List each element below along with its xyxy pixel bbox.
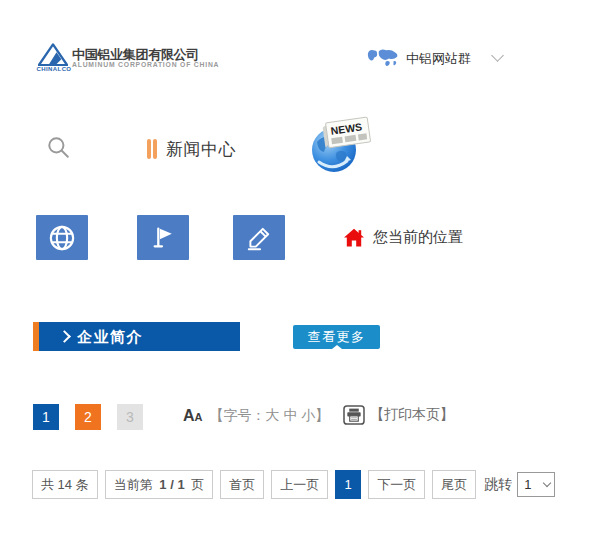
- globe-icon: [47, 223, 77, 253]
- page-badge-label: 1: [42, 409, 50, 425]
- font-size-widget[interactable]: A A 【字号：大 中 小】: [183, 406, 329, 425]
- logo-brand-text: CHINALCO: [33, 66, 75, 72]
- chinalco-logo-icon: [38, 43, 68, 66]
- site-group-label: 中铝网站群: [406, 50, 471, 68]
- page-badge-1[interactable]: 1: [33, 404, 59, 430]
- chevron-down-icon: [491, 49, 504, 62]
- section-title: 企业简介: [77, 328, 143, 347]
- search-button[interactable]: [46, 135, 72, 161]
- news-section-header: 新闻中心: [147, 138, 236, 160]
- search-icon: [46, 135, 70, 159]
- page-badge-label: 3: [126, 409, 134, 425]
- jump-page-select[interactable]: 1: [517, 472, 555, 497]
- accent-bar: [147, 139, 151, 159]
- company-logo[interactable]: CHINALCO 中国铝业集团有限公司 ALUMINUM CORPORATION…: [33, 37, 283, 77]
- print-page-label: 【打印本页】: [370, 406, 454, 424]
- font-size-label: 【字号：大 中 小】: [210, 406, 330, 425]
- font-size-icon-small: A: [195, 409, 203, 425]
- breadcrumb: 您当前的位置: [344, 228, 463, 247]
- home-icon[interactable]: [344, 228, 364, 247]
- page-badge-3[interactable]: 3: [117, 404, 143, 430]
- font-size-icon: A: [183, 407, 195, 425]
- printer-icon: [343, 405, 365, 425]
- site-group-dropdown[interactable]: 中铝网站群: [366, 46, 511, 72]
- print-page-widget[interactable]: 【打印本页】: [343, 405, 454, 425]
- accent-bar: [153, 139, 157, 159]
- last-page-button[interactable]: 尾页: [432, 470, 476, 499]
- pagination-bar: 共 14 条 当前第 1 / 1 页 首页 上一页 1 下一页 尾页 跳转 1: [32, 470, 555, 499]
- news-globe-icon: NEWS: [307, 116, 371, 174]
- news-section-title: 新闻中心: [166, 138, 236, 161]
- chevron-right-icon: [58, 330, 71, 343]
- pagination-total: 共 14 条: [32, 470, 98, 499]
- next-page-button[interactable]: 下一页: [368, 470, 425, 499]
- view-more-label: 查看更多: [308, 328, 366, 346]
- edit-tile-button[interactable]: [233, 215, 285, 260]
- company-name-en: ALUMINUM CORPORATION OF CHINA: [72, 61, 219, 68]
- banner-accent-edge: [33, 322, 39, 351]
- pagination-current-info: 当前第 1 / 1 页: [105, 470, 214, 499]
- page-badge-2[interactable]: 2: [75, 404, 101, 430]
- first-page-button[interactable]: 首页: [220, 470, 264, 499]
- section-banner[interactable]: 企业简介: [33, 322, 240, 351]
- pagination-current-value: 1 / 1: [159, 477, 184, 492]
- breadcrumb-label: 您当前的位置: [373, 228, 463, 247]
- jump-label: 跳转: [484, 476, 512, 494]
- world-map-icon: [366, 48, 399, 69]
- view-more-button[interactable]: 查看更多: [293, 325, 380, 349]
- prev-page-button[interactable]: 上一页: [271, 470, 328, 499]
- current-page-button[interactable]: 1: [335, 470, 361, 499]
- pagination-current-suffix: 页: [191, 477, 204, 492]
- page: CHINALCO 中国铝业集团有限公司 ALUMINUM CORPORATION…: [0, 0, 601, 535]
- globe-tile-button[interactable]: [36, 215, 88, 260]
- flag-tile-button[interactable]: [137, 215, 189, 260]
- flag-icon: [150, 224, 177, 251]
- chevron-down-icon: [543, 479, 551, 487]
- pencil-icon: [245, 224, 273, 252]
- page-badge-label: 2: [84, 409, 92, 425]
- jump-page-value: 1: [524, 477, 531, 492]
- pagination-current-prefix: 当前第: [114, 477, 153, 492]
